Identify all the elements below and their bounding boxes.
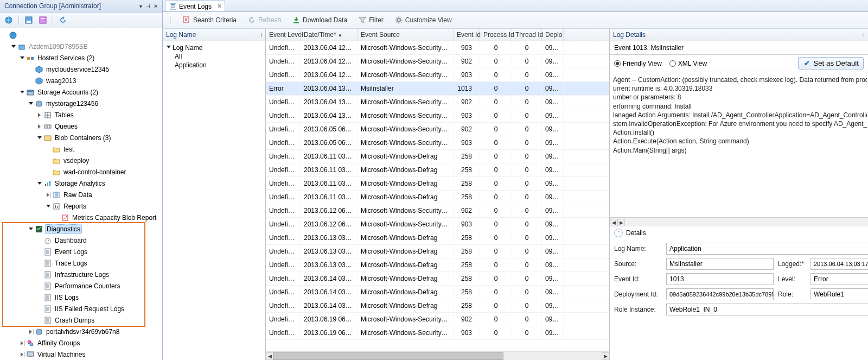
expand-icon[interactable] xyxy=(46,204,51,209)
tree-node[interactable]: Dashboard xyxy=(0,235,162,246)
table-row[interactable]: Undefined2013.06.04 12:57:46Microsoft-Wi… xyxy=(266,41,609,55)
tree-node[interactable]: Raw Data xyxy=(0,189,162,200)
tree-node[interactable]: Performance Counters xyxy=(0,280,162,292)
expand-icon[interactable] xyxy=(37,181,42,186)
scroll-right-icon[interactable]: ▶ xyxy=(602,352,609,360)
col-event-source[interactable]: Event Source xyxy=(358,29,454,41)
col-event-id[interactable]: Event Id xyxy=(454,29,480,41)
tree-node[interactable]: IIS Logs xyxy=(0,292,162,303)
pin-icon[interactable]: ⊣ xyxy=(860,32,865,38)
table-row[interactable]: Undefined2013.06.11 03:29:14Microsoft-Wi… xyxy=(266,191,609,204)
col-thread-id[interactable]: Thread Id xyxy=(512,29,542,41)
logname-item[interactable]: Application xyxy=(175,61,262,70)
table-row[interactable]: Undefined2013.06.04 12:58:04Microsoft-Wi… xyxy=(266,55,609,68)
connection-tree[interactable]: Azdem109D7895SBHosted Services (2)myclou… xyxy=(0,28,162,360)
dropdown-icon[interactable]: ▾ xyxy=(139,3,142,9)
collapse-icon[interactable] xyxy=(37,124,42,129)
col-process-id[interactable]: Process Id xyxy=(480,29,512,41)
tree-node[interactable]: test xyxy=(0,143,162,155)
grid-body[interactable]: Undefined2013.06.04 12:57:46Microsoft-Wi… xyxy=(266,41,609,351)
table-row[interactable]: Undefined2013.06.13 03:17:27Microsoft-Wi… xyxy=(266,231,609,245)
collapse-icon[interactable] xyxy=(20,340,25,346)
table-row[interactable]: Undefined2013.06.04 13:08:08Microsoft-Wi… xyxy=(266,109,609,123)
logname-tree[interactable]: Log Name AllApplication xyxy=(163,41,265,72)
tree-node[interactable]: Virtual Machines xyxy=(0,349,162,360)
table-row[interactable]: Undefined2013.06.11 03:29:14Microsoft-Wi… xyxy=(266,177,609,191)
tree-node[interactable]: Hosted Services (2) xyxy=(0,52,162,64)
table-row[interactable]: Undefined2013.06.12 06:31:56Microsoft-Wi… xyxy=(266,218,609,231)
radio-friendly-view[interactable]: Friendly View xyxy=(614,60,662,67)
tree-node[interactable]: Reports xyxy=(0,200,162,212)
filter-button[interactable]: Filter xyxy=(356,14,386,26)
tree-node[interactable]: Event Logs xyxy=(0,246,162,257)
search-criteria-button[interactable]: Search Criteria xyxy=(180,14,239,26)
pin-icon[interactable]: ⊣ xyxy=(145,3,150,9)
table-row[interactable]: Undefined2013.06.05 06:32:04Microsoft-Wi… xyxy=(266,136,609,150)
table-row[interactable]: Undefined2013.06.14 03:16:23Microsoft-Wi… xyxy=(266,299,609,313)
tree-node[interactable] xyxy=(0,29,162,41)
collapse-icon[interactable] xyxy=(20,352,25,357)
expand-icon[interactable] xyxy=(166,45,171,50)
tree-node[interactable]: Diagnostics xyxy=(0,223,162,235)
tab-event-logs[interactable]: Event Logs ✕ xyxy=(165,1,225,11)
tree-node[interactable]: Trace Logs xyxy=(0,257,162,269)
scroll-left-icon[interactable]: ◀ xyxy=(266,352,273,360)
expand-icon[interactable] xyxy=(20,90,25,95)
globe-icon[interactable] xyxy=(3,15,14,26)
tree-node[interactable]: Crash Dumps xyxy=(0,314,162,326)
disk-icon[interactable] xyxy=(23,15,34,26)
col-event-level[interactable]: Event Level xyxy=(266,29,301,41)
grid-hscrollbar[interactable]: ◀ ▶ xyxy=(266,351,609,360)
expand-icon[interactable] xyxy=(20,55,25,61)
tree-node[interactable]: Azdem109D7895SB xyxy=(0,41,162,52)
tree-node[interactable]: waag2013 xyxy=(0,75,162,86)
table-row[interactable]: Undefined2013.06.12 06:31:04Microsoft-Wi… xyxy=(266,204,609,218)
logname-item[interactable]: All xyxy=(175,52,262,61)
tree-node[interactable]: IIS Failed Request Logs xyxy=(0,303,162,314)
table-row[interactable]: Undefined2013.06.04 13:07:38Microsoft-Wi… xyxy=(266,96,609,109)
details-hscrollbar[interactable]: ◀ ▶ xyxy=(610,218,868,226)
logname-root[interactable]: Log Name xyxy=(173,44,202,52)
download-button[interactable]: Download Data xyxy=(290,14,349,26)
table-row[interactable]: Undefined2013.06.14 03:16:18Microsoft-Wi… xyxy=(266,272,609,286)
table-row[interactable]: Undefined2013.06.13 03:17:32Microsoft-Wi… xyxy=(266,258,609,272)
close-tab-icon[interactable]: ✕ xyxy=(217,3,222,10)
table-row[interactable]: Undefined2013.06.11 03:29:09Microsoft-Wi… xyxy=(266,150,609,163)
tree-node[interactable]: Storage Analytics xyxy=(0,178,162,189)
tree-node[interactable]: Tables xyxy=(0,109,162,121)
scroll-left-icon[interactable]: ◀ xyxy=(610,219,617,226)
expand-icon[interactable] xyxy=(11,44,16,49)
radio-xml-view[interactable]: XML View xyxy=(669,60,707,67)
tree-node[interactable]: mystorage123456 xyxy=(0,98,162,109)
tree-node[interactable]: Blob Containers (3) xyxy=(0,132,162,143)
collapse-icon[interactable] xyxy=(28,329,34,334)
tree-node[interactable]: Metrics Capacity Blob Report xyxy=(0,212,162,223)
table-row[interactable]: Undefined2013.06.19 06:30:56Microsoft-Wi… xyxy=(266,313,609,326)
tree-node[interactable]: vsdeploy xyxy=(0,155,162,166)
expand-icon[interactable] xyxy=(28,101,34,106)
collapse-icon[interactable] xyxy=(37,112,42,118)
tree-node[interactable]: mycloudservice12345 xyxy=(0,64,162,75)
collapse-icon[interactable] xyxy=(46,192,51,198)
close-icon[interactable]: ✕ xyxy=(154,3,158,9)
table-row[interactable]: Undefined2013.06.14 03:16:23Microsoft-Wi… xyxy=(266,286,609,299)
customize-button[interactable]: Customize View xyxy=(392,14,454,26)
tree-node[interactable]: portalvhdsvr34r69vb67n8 xyxy=(0,326,162,337)
tree-node[interactable]: Queues xyxy=(0,121,162,132)
table-row[interactable]: Undefined2013.06.05 06:31:34Microsoft-Wi… xyxy=(266,123,609,136)
table-row[interactable]: Undefined2013.06.13 03:17:32Microsoft-Wi… xyxy=(266,245,609,258)
app-icon[interactable] xyxy=(37,15,48,26)
set-default-button[interactable]: ✔Set as Default xyxy=(798,57,864,70)
tree-node[interactable]: Infrastructure Logs xyxy=(0,269,162,280)
tree-node[interactable]: wad-control-container xyxy=(0,166,162,178)
table-row[interactable]: Undefined2013.06.19 06:32:32Microsoft-Wi… xyxy=(266,326,609,340)
col-deployment[interactable]: Deplo xyxy=(542,29,564,41)
details-section-header[interactable]: ˄ Details xyxy=(610,226,868,239)
refresh-icon[interactable] xyxy=(58,15,68,26)
expand-icon[interactable] xyxy=(37,135,42,141)
table-row[interactable]: Error2013.06.04 13:03:17MsiInstaller1013… xyxy=(266,82,609,96)
table-row[interactable]: Undefined2013.06.11 03:29:10Microsoft-Wi… xyxy=(266,163,609,177)
tree-node[interactable]: Affinity Groups xyxy=(0,337,162,349)
refresh-button[interactable]: Refresh xyxy=(245,14,283,26)
expand-icon[interactable] xyxy=(28,226,34,232)
